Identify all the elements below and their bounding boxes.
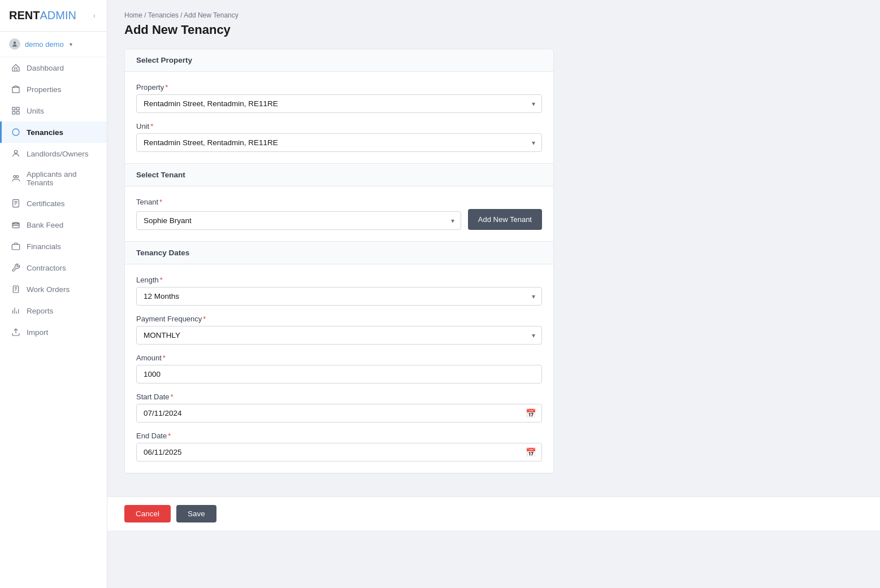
svg-rect-11 [12,245,19,250]
tenant-label: Tenant* [136,198,542,206]
sidebar-item-label: Units [27,107,44,115]
clipboard-icon [11,284,21,294]
logo-light: ADMIN [40,9,76,21]
sidebar-item-units[interactable]: Units [0,100,107,121]
sidebar-item-contractors[interactable]: Contractors [0,257,107,278]
property-field-group: Property* Rentadmin Street, Rentadmin, R… [136,83,542,113]
payment-frequency-select-wrapper: MONTHLY [136,326,542,345]
add-tenancy-form: Select Property Property* Rentadmin Stre… [124,49,554,474]
end-date-label: End Date* [136,432,542,440]
unit-field-group: Unit* Rentadmin Street, Rentadmin, RE11R… [136,122,542,152]
action-bar: Cancel Save [107,496,880,530]
sidebar-item-import[interactable]: Import [0,321,107,343]
sidebar-collapse-button[interactable]: ‹ [91,10,98,22]
svg-rect-1 [12,107,15,110]
sidebar-item-applicants[interactable]: Applicants and Tenants [0,164,107,193]
start-date-wrapper: 📅 [136,404,542,423]
sidebar-item-label: Financials [27,242,61,251]
sidebar-item-reports[interactable]: Reports [0,300,107,321]
tenant-select[interactable]: Sophie Bryant [136,211,461,230]
start-date-field-group: Start Date* 📅 [136,393,542,423]
property-select[interactable]: Rentadmin Street, Rentadmin, RE11RE [136,94,542,113]
tenant-row: Sophie Bryant Add New Tenant [136,209,542,230]
home-icon [11,63,21,73]
page-title: Add New Tenancy [124,23,863,37]
upload-icon [11,327,21,337]
add-new-tenant-button[interactable]: Add New Tenant [468,209,542,230]
tenant-field-group: Tenant* Sophie Bryant Add New Tenant [136,198,542,230]
breadcrumb-current: Add New Tenancy [184,11,239,19]
bank-icon [11,220,21,230]
people-icon [11,173,21,184]
amount-input[interactable] [136,365,542,384]
sidebar-item-label: Dashboard [27,64,64,72]
select-tenant-section-body: Tenant* Sophie Bryant Add New Tenant [125,186,553,242]
amount-label: Amount* [136,354,542,362]
svg-rect-4 [16,111,19,114]
payment-frequency-label: Payment Frequency* [136,315,542,323]
sidebar-item-financials[interactable]: Financials [0,236,107,257]
building-icon [11,84,21,94]
length-select-wrapper: 12 Months [136,287,542,306]
sidebar-item-tenancies[interactable]: Tenancies [0,121,107,143]
user-avatar-icon [9,38,20,50]
property-select-wrapper: Rentadmin Street, Rentadmin, RE11RE [136,94,542,113]
sidebar-item-label: Applicants and Tenants [27,170,98,187]
select-tenant-section-header: Select Tenant [125,164,553,186]
sidebar-item-label: Properties [27,85,62,94]
sidebar-item-label: Contractors [27,264,66,272]
svg-rect-12 [13,286,18,293]
length-field-group: Length* 12 Months [136,276,542,306]
sidebar-item-bankfeed[interactable]: Bank Feed [0,214,107,236]
svg-point-8 [16,176,19,178]
sidebar-item-label: Tenancies [27,128,63,137]
tenancy-dates-section-header: Tenancy Dates [125,242,553,264]
sidebar-item-label: Certificates [27,199,65,208]
user-dropdown-icon: ▾ [70,41,72,47]
property-label: Property* [136,83,542,92]
sidebar-item-properties[interactable]: Properties [0,79,107,100]
svg-point-6 [14,150,17,153]
save-button[interactable]: Save [176,505,216,522]
unit-select[interactable]: Rentadmin Street, Rentadmin, RE11RE [136,133,542,152]
amount-field-group: Amount* [136,354,542,384]
user-name: demo demo [25,40,64,49]
sidebar-header: RENTADMIN ‹ [0,0,107,32]
sidebar-item-dashboard[interactable]: Dashboard [0,57,107,79]
breadcrumb: Home / Tenancies / Add New Tenancy [124,11,863,19]
end-date-input[interactable] [136,443,542,461]
sidebar-item-label: Landlords/Owners [27,150,89,158]
sidebar-item-workorders[interactable]: Work Orders [0,278,107,300]
breadcrumb-home[interactable]: Home [124,11,142,19]
length-select[interactable]: 12 Months [136,287,542,306]
end-date-field-group: End Date* 📅 [136,432,542,461]
tenant-select-wrapper: Sophie Bryant [136,211,461,230]
sidebar-item-landlords[interactable]: Landlords/Owners [0,143,107,164]
tenancies-icon [11,127,21,137]
sidebar-item-label: Reports [27,307,53,315]
svg-rect-9 [13,199,19,207]
sidebar-item-label: Import [27,328,48,337]
svg-rect-0 [12,88,19,93]
sidebar: RENTADMIN ‹ demo demo ▾ Dashboard Proper… [0,0,107,588]
certificate-icon [11,198,21,208]
person-icon [11,149,21,159]
grid-icon [11,106,21,116]
wrench-icon [11,263,21,273]
start-date-input[interactable] [136,404,542,423]
financials-icon [11,241,21,251]
user-section[interactable]: demo demo ▾ [0,32,107,57]
end-date-wrapper: 📅 [136,443,542,461]
svg-point-7 [14,176,16,178]
sidebar-item-certificates[interactable]: Certificates [0,193,107,214]
svg-point-5 [12,129,19,136]
logo-bold: RENT [9,9,40,21]
payment-frequency-field-group: Payment Frequency* MONTHLY [136,315,542,345]
unit-select-wrapper: Rentadmin Street, Rentadmin, RE11RE [136,133,542,152]
main-content: Home / Tenancies / Add New Tenancy Add N… [107,0,880,588]
payment-frequency-select[interactable]: MONTHLY [136,326,542,345]
tenancy-dates-section-body: Length* 12 Months Payment Frequency* [125,264,553,473]
breadcrumb-tenancies[interactable]: Tenancies [148,11,179,19]
cancel-button[interactable]: Cancel [124,505,171,522]
svg-rect-2 [16,107,19,110]
